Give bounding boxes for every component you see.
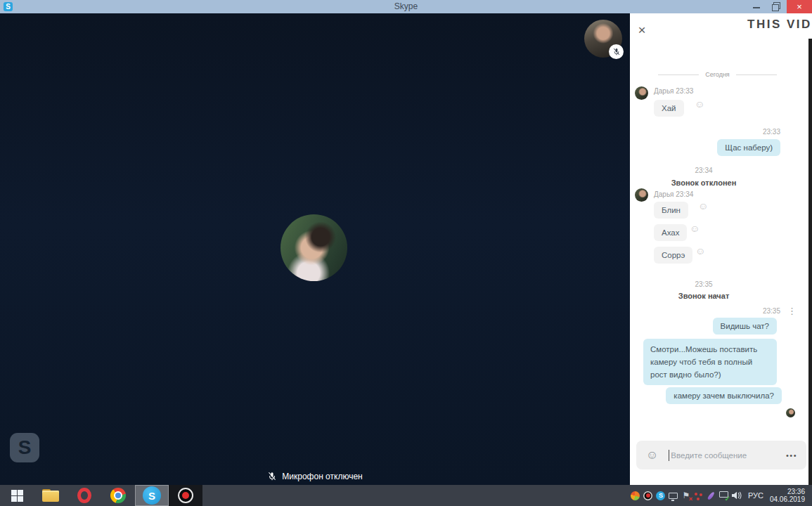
more-options-icon[interactable]: ••• (786, 451, 797, 460)
record-icon (178, 488, 193, 503)
date-divider: Сегодня (630, 71, 805, 78)
message-bubble-incoming: Хай (654, 100, 684, 117)
system-message-call-started: Звонок начат (630, 292, 778, 300)
clock-date: 04.06.2019 (770, 495, 805, 503)
tray-network-icon[interactable]: ✓ (718, 485, 730, 506)
minimize-button[interactable] (749, 0, 764, 13)
language-indicator[interactable]: РУС (748, 491, 763, 500)
clock-time: 23:36 (770, 488, 805, 495)
message-bubble-incoming: Блин (654, 202, 688, 219)
divider-line (736, 74, 777, 75)
tray-feather-icon[interactable] (705, 485, 718, 506)
muted-badge (609, 44, 624, 59)
self-view-avatar[interactable] (584, 20, 622, 58)
add-reaction-icon[interactable]: ☺ (690, 223, 700, 233)
message-bubble-incoming: Соррэ (654, 247, 692, 264)
message-composer: ☺ ••• (636, 441, 806, 469)
message-timestamp: 23:35 (763, 307, 780, 315)
titlebar: S Skype × (0, 0, 812, 13)
message-bubble-incoming: Ахах (654, 224, 687, 241)
chat-scrollbar[interactable] (808, 39, 812, 485)
message-bubble-outgoing: камеру зачем выключила? (666, 387, 782, 404)
tray-skype-icon[interactable]: S (655, 485, 667, 506)
taskbar: S S ⚑× ✓ РУС (0, 485, 812, 506)
close-chat-icon[interactable]: × (634, 22, 650, 38)
tray-display-icon[interactable] (667, 485, 680, 506)
message-timestamp: 23:33 (763, 128, 780, 136)
windows-logo-icon (11, 490, 23, 502)
message-bubble-outgoing: Видишь чат? (713, 318, 777, 335)
mic-muted-label: Микрофон отключен (282, 472, 362, 481)
tray-volume-icon[interactable] (730, 485, 743, 506)
microphone-off-icon (267, 471, 277, 481)
skype-icon: S (143, 486, 161, 505)
message-bubble-outgoing: Щас наберу) (717, 139, 780, 156)
add-reaction-icon[interactable]: ☺ (695, 99, 704, 109)
message-options-icon[interactable]: ⋮ (787, 306, 797, 316)
message-sender-header: Дарья 23:34 (654, 190, 693, 198)
message-timestamp: 23:34 (630, 167, 778, 174)
chrome-icon (110, 488, 126, 503)
taskbar-file-explorer-button[interactable] (34, 485, 67, 506)
message-sender-header: Дарья 23:33 (654, 87, 693, 95)
avatar-daria[interactable] (635, 86, 648, 100)
screen: S Skype × S Микр (0, 0, 812, 506)
taskbar-chrome-button[interactable] (101, 485, 135, 506)
message-timestamp: 23:35 (630, 280, 778, 288)
system-tray: S ⚑× ✓ РУС 23:36 04.06.2019 (629, 485, 812, 506)
message-input[interactable] (669, 451, 786, 460)
divider-line (658, 74, 699, 75)
close-window-button[interactable]: × (787, 0, 812, 13)
file-explorer-icon (42, 489, 59, 502)
mic-muted-status: Микрофон отключен (0, 471, 630, 481)
add-reaction-icon[interactable]: ☺ (698, 201, 708, 211)
chat-panel: × THIS VID Сегодня Дарья 23:33 Хай ☺ 23:… (630, 13, 812, 485)
message-bubble-outgoing: Смотри...Можешь поставить камеру чтоб те… (643, 339, 777, 385)
add-reaction-icon[interactable]: ☺ (695, 246, 705, 256)
taskbar-opera-button[interactable] (67, 485, 101, 506)
taskbar-skype-button[interactable]: S (135, 485, 169, 506)
microphone-off-icon (612, 47, 621, 56)
tray-recorder-icon[interactable] (642, 485, 655, 506)
avatar-daria[interactable] (635, 188, 648, 202)
call-stage: S Микрофон отключен (0, 13, 630, 485)
tray-antivirus-icon[interactable] (629, 485, 642, 506)
peer-avatar (281, 214, 347, 281)
start-button[interactable] (0, 485, 34, 506)
window-title: Skype (0, 1, 812, 11)
opera-icon (77, 488, 91, 503)
speaker-icon (732, 491, 742, 500)
clock[interactable]: 23:36 04.06.2019 (770, 488, 805, 503)
video-watermark: THIS VID (747, 18, 812, 32)
taskbar-screen-recorder-button[interactable] (169, 485, 202, 506)
emoji-picker-icon[interactable]: ☺ (646, 449, 658, 461)
tray-molecule-icon[interactable] (692, 485, 705, 506)
maximize-button[interactable] (768, 0, 784, 13)
skype-logo-watermark: S (10, 433, 39, 462)
tray-flag-icon[interactable]: ⚑× (680, 485, 692, 506)
date-divider-label: Сегодня (705, 71, 730, 78)
system-message-call-declined: Звонок отклонен (630, 179, 778, 187)
read-receipt-avatar (786, 408, 795, 417)
